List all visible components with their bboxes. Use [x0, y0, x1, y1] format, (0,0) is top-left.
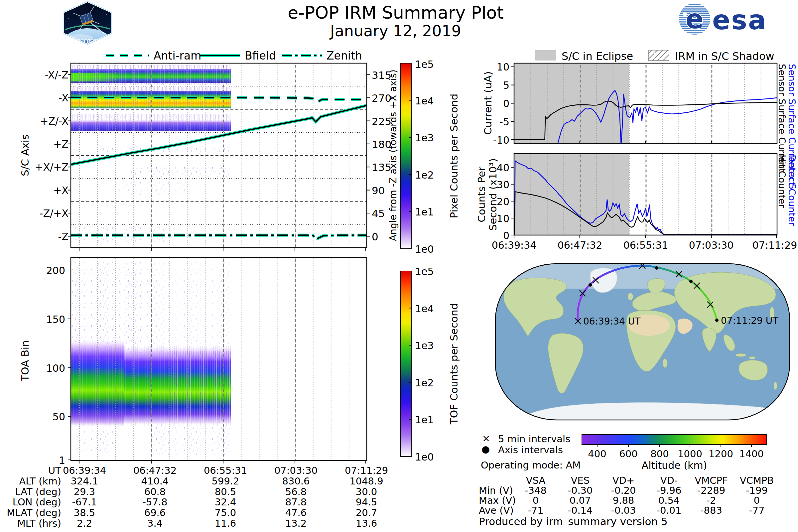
- tof-colorbar: [401, 271, 411, 457]
- counts-tick: 40: [477, 162, 509, 174]
- ephem-label-alt: ALT (km): [0, 475, 61, 487]
- current-panel: [511, 63, 777, 145]
- ephem-cell: 3.4: [147, 518, 163, 529]
- angle-axis-label: Angle from -Z axis (towards +X axis): [388, 70, 399, 241]
- tof-colorbar-label: TOF Counts per Second: [448, 303, 460, 424]
- time-tick: 07:03:30: [689, 240, 734, 251]
- vt-cell: -199: [746, 485, 768, 496]
- cb-tick: 1e1: [415, 414, 434, 425]
- page-subtitle: January 12, 2019: [330, 22, 461, 40]
- toa-panel: [68, 258, 367, 463]
- ephem-cell: 47.6: [285, 507, 307, 518]
- vt-cell: -9.96: [657, 485, 681, 496]
- pixel-colorbar-label: Pixel Counts per Second: [448, 93, 460, 218]
- cb-tick: 1e2: [415, 377, 434, 389]
- cb-tick: 1e4: [415, 95, 434, 107]
- cb-tick: 1e5: [415, 58, 434, 70]
- vt-cell: -71: [528, 505, 543, 516]
- row-label: +X/+Z: [19, 161, 69, 173]
- alt-tick: 1400: [739, 448, 764, 459]
- vt-cell: -0.03: [611, 505, 636, 516]
- page-title: e-POP IRM Summary Plot: [288, 3, 504, 23]
- counts-tick: 10: [477, 213, 509, 225]
- time-tick: 06:39:34: [492, 240, 537, 251]
- vt-col: VD-: [660, 475, 678, 486]
- ephem-label-lon: LON (deg): [0, 496, 61, 508]
- legend-eclipse: S/C in Eclipse: [562, 50, 633, 62]
- angle-tick: 45: [372, 208, 385, 220]
- vt-cell: -883: [700, 505, 722, 516]
- pixel-colorbar: [401, 63, 411, 249]
- toa-tick: 1: [32, 455, 65, 466]
- ephem-cell: 69.6: [144, 507, 166, 518]
- vt-cell: 9.88: [613, 495, 634, 506]
- vt-cell: -348: [525, 485, 547, 496]
- ephem-cell: 324.1: [71, 475, 98, 487]
- vt-cell: 0: [754, 495, 760, 506]
- toa-tick: 100: [32, 362, 65, 374]
- current-tick: -10: [477, 134, 509, 146]
- cb-tick: 1e5: [415, 266, 434, 277]
- ephem-cell: 830.6: [282, 475, 309, 487]
- ephem-cell: 29.3: [74, 486, 95, 497]
- row-label: +X: [19, 185, 69, 196]
- cb-tick: 1e2: [415, 169, 434, 181]
- operating-mode: Operating mode: AM: [481, 459, 581, 471]
- ephem-cell: 80.5: [215, 486, 236, 497]
- vt-cell: -77: [749, 505, 764, 516]
- vt-row-label: Min (V): [479, 485, 513, 496]
- row-label: +Z: [19, 138, 69, 150]
- ephem-cell: 87.8: [285, 496, 307, 508]
- altitude-colorbar: [582, 435, 767, 447]
- vt-cell: 0: [533, 495, 539, 506]
- ephem-cell: 38.5: [74, 507, 95, 518]
- vt-cell: -0.30: [568, 485, 592, 496]
- cb-tick: 1e1: [415, 206, 434, 218]
- vt-cell: -0.01: [657, 505, 681, 516]
- ephem-cell: 60.8: [144, 486, 166, 497]
- alt-tick: 1000: [678, 448, 702, 459]
- ephem-cell: 599.2: [211, 475, 239, 487]
- vt-col: VES: [571, 475, 590, 486]
- time-tick: 06:55:31: [624, 240, 668, 251]
- dot-marker-glyph: ●: [481, 443, 490, 455]
- ephem-label-ut: UT: [0, 465, 61, 476]
- toa-tick: 50: [32, 411, 65, 423]
- alt-tick: 400: [588, 448, 606, 459]
- alt-tick: 800: [650, 448, 669, 459]
- detect-counter-label: Detect Counter: [786, 155, 797, 226]
- vt-col: VD+: [612, 475, 634, 486]
- row-label: -X/-Z: [19, 69, 69, 81]
- ephem-cell: 30.0: [356, 486, 377, 497]
- ephem-cell: 32.4: [215, 496, 236, 508]
- cb-tick: 1e0: [415, 451, 434, 463]
- ephem-cell: 07:03:30: [274, 465, 318, 476]
- vt-col: VSA: [526, 475, 546, 486]
- legend-shadow: IRM in S/C Shadow: [675, 50, 774, 62]
- vt-cell: -0.14: [568, 505, 592, 516]
- angle-tick: 0: [372, 231, 378, 243]
- ephem-cell: 06:47:32: [133, 465, 176, 476]
- cross-marker-label: 5 min intervals: [498, 433, 570, 444]
- cb-tick: 1e4: [415, 303, 434, 315]
- legend-anti-ram: Anti-ram: [154, 49, 201, 62]
- ephem-cell: 75.0: [215, 507, 236, 518]
- cross-marker-glyph: ×: [482, 433, 490, 444]
- current-tick: 10: [477, 61, 509, 73]
- counts-tick: 30: [477, 179, 509, 191]
- track-end-label: 07:11:29 UT: [721, 315, 778, 326]
- toa-ylabel: TOA Bin: [19, 340, 31, 381]
- ephem-cell: 11.6: [215, 518, 236, 529]
- counts-panel: [511, 154, 777, 238]
- ground-track-map: [495, 263, 790, 420]
- cassiope-mission-patch: CASSIOPE: [62, 1, 112, 45]
- vt-row-label: Ave (V): [479, 505, 514, 516]
- current-tick: 0: [477, 98, 509, 109]
- ephem-cell: 13.2: [285, 518, 307, 529]
- current-tick: 5: [477, 79, 509, 91]
- legend-bfield: Bfield: [245, 49, 276, 62]
- major-grid: [146, 63, 362, 247]
- ephem-cell: 94.5: [356, 496, 377, 508]
- row-label: +Z/-X: [19, 115, 69, 127]
- time-tick: 06:47:32: [557, 240, 603, 251]
